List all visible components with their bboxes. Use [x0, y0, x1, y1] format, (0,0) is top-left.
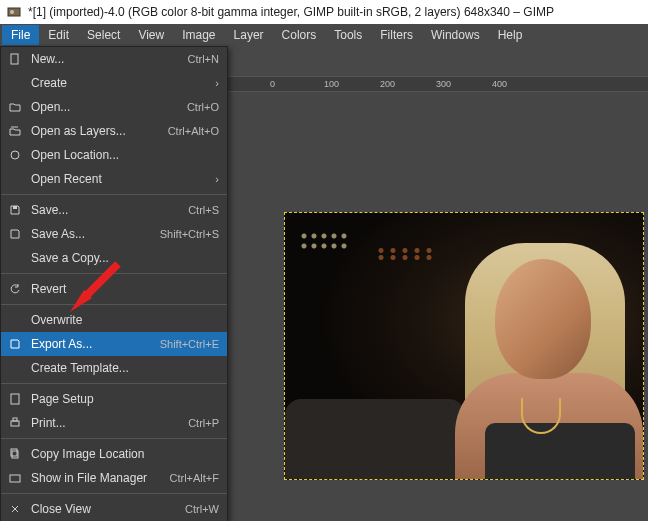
ruler-tick: 400 [492, 79, 507, 89]
menu-edit[interactable]: Edit [39, 25, 78, 45]
app-icon [6, 4, 22, 20]
menu-item-show-file-manager[interactable]: Show in File ManagerCtrl+Alt+F [1, 466, 227, 490]
menu-label: Create [31, 76, 215, 90]
save-as-icon [7, 226, 23, 242]
menu-accel: Shift+Ctrl+E [160, 338, 219, 350]
window-titlebar: *[1] (imported)-4.0 (RGB color 8-bit gam… [0, 0, 648, 24]
export-icon [7, 336, 23, 352]
menu-label: Close View [31, 502, 175, 516]
photo-content [285, 213, 643, 479]
svg-rect-4 [13, 206, 17, 209]
blank-icon [7, 171, 23, 187]
menu-accel: Ctrl+P [188, 417, 219, 429]
blank-icon [7, 75, 23, 91]
file-manager-icon [7, 470, 23, 486]
svg-point-3 [11, 151, 19, 159]
menu-item-save-copy[interactable]: Save a Copy... [1, 246, 227, 270]
svg-rect-6 [11, 421, 19, 426]
menu-colors[interactable]: Colors [273, 25, 326, 45]
ruler-tick: 300 [436, 79, 451, 89]
menu-label: Print... [31, 416, 178, 430]
menu-help[interactable]: Help [489, 25, 532, 45]
menu-label: Page Setup [31, 392, 219, 406]
menu-separator [1, 383, 227, 384]
menu-item-save-as[interactable]: Save As...Shift+Ctrl+S [1, 222, 227, 246]
menu-label: Open Recent [31, 172, 215, 186]
menu-accel: Ctrl+N [188, 53, 219, 65]
image-canvas[interactable] [284, 212, 644, 480]
revert-icon [7, 281, 23, 297]
menu-item-create[interactable]: Create› [1, 71, 227, 95]
menu-label: Open as Layers... [31, 124, 158, 138]
menu-windows[interactable]: Windows [422, 25, 489, 45]
menu-item-close-view[interactable]: Close ViewCtrl+W [1, 497, 227, 521]
menu-item-revert[interactable]: Revert [1, 277, 227, 301]
svg-point-1 [10, 10, 14, 14]
menu-separator [1, 273, 227, 274]
ruler-tick: 0 [270, 79, 275, 89]
print-icon [7, 415, 23, 431]
menu-label: Create Template... [31, 361, 219, 375]
menu-item-overwrite[interactable]: Overwrite [1, 308, 227, 332]
menu-label: Open... [31, 100, 177, 114]
open-location-icon [7, 147, 23, 163]
blank-icon [7, 360, 23, 376]
menu-label: Revert [31, 282, 219, 296]
menu-accel: Ctrl+S [188, 204, 219, 216]
blank-icon [7, 312, 23, 328]
ruler-tick: 100 [324, 79, 339, 89]
menu-label: Save... [31, 203, 178, 217]
file-menu-dropdown: New...Ctrl+N Create› Open...Ctrl+O Open … [0, 46, 228, 521]
menu-item-create-template[interactable]: Create Template... [1, 356, 227, 380]
menu-accel: Ctrl+Alt+O [168, 125, 219, 137]
svg-rect-10 [10, 475, 20, 482]
window-title: *[1] (imported)-4.0 (RGB color 8-bit gam… [28, 5, 554, 19]
menu-select[interactable]: Select [78, 25, 129, 45]
menu-item-new[interactable]: New...Ctrl+N [1, 47, 227, 71]
menu-filters[interactable]: Filters [371, 25, 422, 45]
submenu-arrow-icon: › [215, 173, 219, 185]
submenu-arrow-icon: › [215, 77, 219, 89]
menu-layer[interactable]: Layer [225, 25, 273, 45]
menu-label: Save a Copy... [31, 251, 219, 265]
menu-item-save[interactable]: Save...Ctrl+S [1, 198, 227, 222]
menu-separator [1, 438, 227, 439]
menu-item-page-setup[interactable]: Page Setup [1, 387, 227, 411]
menu-file[interactable]: File [2, 25, 39, 45]
menu-item-open-recent[interactable]: Open Recent› [1, 167, 227, 191]
menu-accel: Ctrl+W [185, 503, 219, 515]
menu-item-open-layers[interactable]: Open as Layers...Ctrl+Alt+O [1, 119, 227, 143]
menu-label: New... [31, 52, 178, 66]
new-icon [7, 51, 23, 67]
menubar: File Edit Select View Image Layer Colors… [0, 24, 648, 46]
menu-label: Save As... [31, 227, 150, 241]
close-icon [7, 501, 23, 517]
menu-item-copy-location[interactable]: Copy Image Location [1, 442, 227, 466]
ruler-tick: 200 [380, 79, 395, 89]
menu-separator [1, 493, 227, 494]
svg-rect-7 [13, 418, 17, 421]
menu-item-open[interactable]: Open...Ctrl+O [1, 95, 227, 119]
svg-rect-5 [11, 394, 19, 404]
menu-image[interactable]: Image [173, 25, 224, 45]
blank-icon [7, 250, 23, 266]
page-setup-icon [7, 391, 23, 407]
menu-separator [1, 194, 227, 195]
svg-rect-2 [11, 54, 18, 64]
menu-item-print[interactable]: Print...Ctrl+P [1, 411, 227, 435]
menu-label: Export As... [31, 337, 150, 351]
menu-view[interactable]: View [129, 25, 173, 45]
menu-accel: Ctrl+O [187, 101, 219, 113]
menu-label: Overwrite [31, 313, 219, 327]
open-layers-icon [7, 123, 23, 139]
menu-label: Open Location... [31, 148, 219, 162]
menu-separator [1, 304, 227, 305]
copy-icon [7, 446, 23, 462]
save-icon [7, 202, 23, 218]
menu-accel: Ctrl+Alt+F [169, 472, 219, 484]
menu-tools[interactable]: Tools [325, 25, 371, 45]
menu-label: Show in File Manager [31, 471, 159, 485]
menu-item-export-as[interactable]: Export As...Shift+Ctrl+E [1, 332, 227, 356]
menu-item-open-location[interactable]: Open Location... [1, 143, 227, 167]
menu-label: Copy Image Location [31, 447, 219, 461]
